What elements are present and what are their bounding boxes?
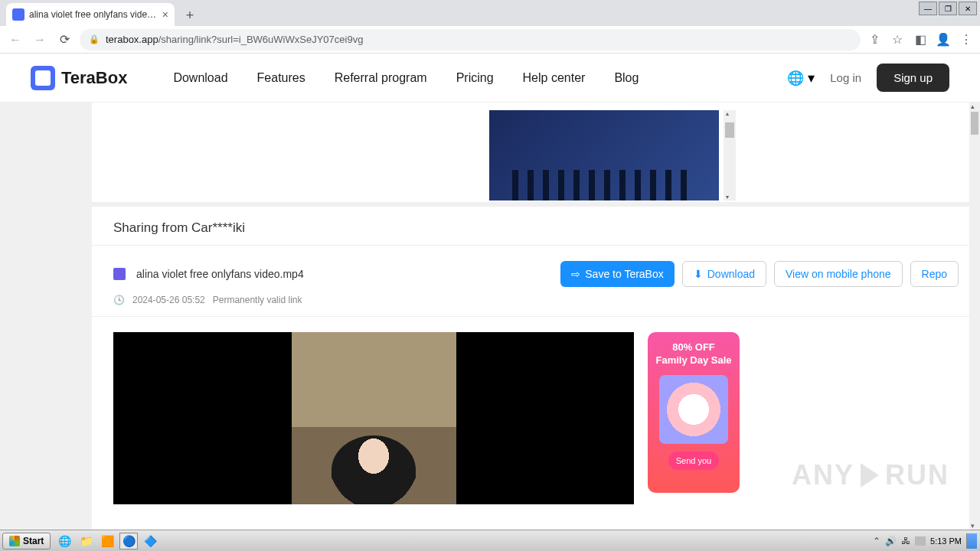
start-button[interactable]: Start (2, 533, 51, 549)
nav-help[interactable]: Help center (523, 71, 586, 85)
tray-chevron-icon[interactable]: ⌃ (873, 536, 880, 546)
signup-button[interactable]: Sign up (877, 64, 949, 92)
minimize-button[interactable]: — (919, 2, 937, 15)
system-tray: ⌃ 🔊 🖧 5:13 PM (873, 533, 980, 549)
ad-banner (92, 103, 980, 202)
browser-tab[interactable]: alina violet free onlyfans video.mp4 × (6, 3, 175, 26)
file-name: alina violet free onlyfans video.mp4 (136, 268, 550, 280)
login-link[interactable]: Log in (830, 71, 861, 84)
watermark-left: ANY (792, 459, 854, 491)
page-content: Sharing from Car****iki alina violet fre… (0, 103, 980, 530)
file-meta: 🕓 2024-05-26 05:52 Permanently valid lin… (92, 295, 980, 317)
address-bar: ← → ⟳ 🔒 terabox.app/sharing/link?surl=i_… (0, 26, 980, 54)
promo-cta[interactable]: Send you (668, 452, 719, 470)
promo-line2: Family Day Sale (654, 354, 733, 367)
timestamp: 2024-05-26 05:52 (132, 295, 205, 305)
nav-blog[interactable]: Blog (614, 71, 639, 85)
taskbar-media-icon[interactable]: 🟧 (98, 533, 116, 549)
forward-button[interactable]: → (31, 31, 49, 49)
logo-icon (31, 66, 55, 90)
close-icon[interactable]: × (162, 8, 168, 21)
watermark-right: RUN (885, 459, 949, 491)
show-desktop-button[interactable] (966, 533, 977, 549)
tray-volume-icon[interactable]: 🔊 (885, 536, 897, 546)
download-button[interactable]: ⬇ Download (682, 261, 766, 287)
promo-line1: 80% OFF (654, 341, 733, 354)
logo[interactable]: TeraBox (31, 66, 127, 90)
new-tab-button[interactable]: + (179, 5, 201, 26)
close-window-button[interactable]: ✕ (959, 2, 977, 15)
report-button[interactable]: Repo (910, 261, 959, 287)
maximize-button[interactable]: ❐ (939, 2, 957, 15)
logo-text: TeraBox (61, 68, 127, 88)
bookmark-icon[interactable]: ☆ (890, 32, 905, 47)
tray-flag-icon[interactable] (915, 536, 926, 546)
watermark: ANY RUN (792, 459, 949, 491)
taskbar-explorer-icon[interactable]: 📁 (77, 533, 95, 549)
view-mobile-button[interactable]: View on mobile phone (774, 261, 903, 287)
video-frame (292, 332, 456, 504)
taskbar-edge-icon[interactable]: 🔷 (141, 533, 159, 549)
tray-network-icon[interactable]: 🖧 (901, 536, 910, 546)
sidepanel-icon[interactable]: ◧ (913, 32, 928, 47)
nav-features[interactable]: Features (257, 71, 305, 85)
clock-icon: 🕓 (113, 295, 125, 305)
save-icon: ⇨ (571, 268, 580, 280)
save-button[interactable]: ⇨ Save to TeraBox (560, 261, 674, 287)
tray-time[interactable]: 5:13 PM (930, 536, 962, 546)
ad-image[interactable] (489, 110, 719, 201)
nav-referral[interactable]: Referral program (335, 71, 427, 85)
reload-button[interactable]: ⟳ (55, 31, 74, 49)
download-label: Download (707, 268, 755, 280)
ad-scrollbar[interactable] (724, 110, 736, 201)
window-controls: — ❐ ✕ (919, 2, 977, 15)
report-label: Repo (922, 268, 947, 280)
save-label: Save to TeraBox (585, 268, 663, 280)
promo-image (659, 375, 728, 444)
share-title: Sharing from Car****iki (113, 220, 959, 236)
url-input[interactable]: 🔒 terabox.app/sharing/link?surl=i_BW6uWi… (80, 29, 861, 51)
view-mobile-label: View on mobile phone (786, 268, 891, 280)
share-header: Sharing from Car****iki (92, 202, 980, 246)
download-icon: ⬇ (694, 268, 703, 280)
url-path: /sharing/link?surl=i_BW6uWiWxSeJY07cei9v… (158, 34, 364, 45)
site-header: TeraBox Download Features Referral progr… (0, 54, 980, 103)
back-button[interactable]: ← (6, 31, 24, 49)
windows-icon (9, 536, 20, 546)
lock-icon: 🔒 (89, 34, 100, 44)
file-row: alina violet free onlyfans video.mp4 ⇨ S… (92, 246, 980, 295)
start-label: Start (23, 536, 44, 546)
main-nav: Download Features Referral program Prici… (173, 71, 639, 85)
promo-card[interactable]: 80% OFF Family Day Sale Send you (648, 332, 740, 493)
url-domain: terabox.app (106, 34, 158, 45)
video-player[interactable] (113, 332, 634, 504)
taskbar-ie-icon[interactable]: 🌐 (55, 533, 74, 549)
taskbar: Start 🌐 📁 🟧 🔵 🔷 ⌃ 🔊 🖧 5:13 PM (0, 530, 980, 551)
tab-title: alina violet free onlyfans video.mp4 (29, 9, 158, 20)
nav-pricing[interactable]: Pricing (456, 71, 494, 85)
play-icon (861, 463, 879, 487)
tab-favicon (12, 8, 24, 21)
taskbar-chrome-icon[interactable]: 🔵 (119, 533, 138, 549)
video-file-icon (113, 268, 126, 280)
share-icon[interactable]: ⇪ (867, 32, 882, 47)
profile-icon[interactable]: 👤 (936, 32, 951, 47)
menu-icon[interactable]: ⋮ (959, 32, 974, 47)
validity: Permanently valid link (213, 295, 302, 305)
language-icon[interactable]: 🌐 ▾ (787, 70, 815, 86)
nav-download[interactable]: Download (173, 71, 227, 85)
browser-tab-strip: alina violet free onlyfans video.mp4 × +… (0, 0, 980, 26)
page-scrollbar[interactable] (969, 103, 980, 530)
